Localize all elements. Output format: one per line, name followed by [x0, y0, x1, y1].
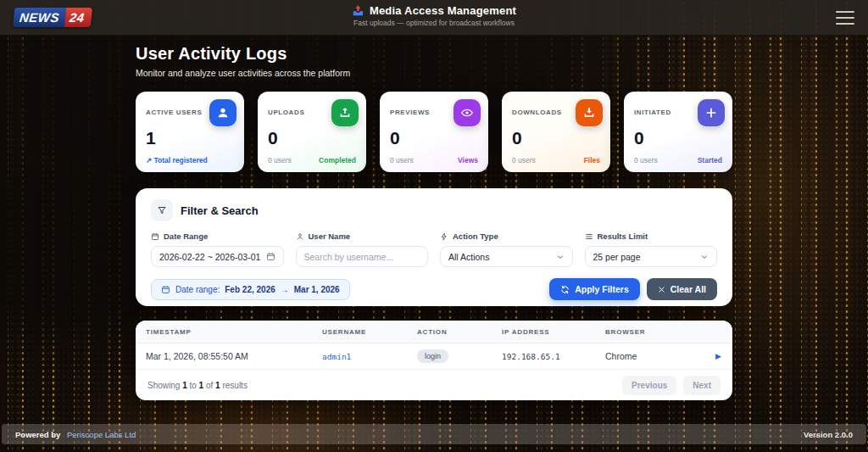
field-results-limit: Results Limit 25 per page [585, 232, 718, 267]
chevron-down-icon [700, 253, 709, 261]
page-title: User Activity Logs [136, 44, 732, 64]
logo-news: NEWS [13, 8, 66, 27]
results-limit-value: 25 per page [593, 252, 641, 262]
close-icon [658, 286, 665, 293]
calendar-icon [151, 232, 159, 241]
chevron-down-icon [556, 253, 565, 261]
results-limit-select[interactable]: 25 per page [585, 246, 718, 267]
filter-header: Filter & Search [151, 199, 717, 221]
eye-icon [453, 99, 481, 126]
chip-date-from: Feb 22, 2026 [225, 285, 275, 294]
news24-logo: NEWS 24 [13, 8, 92, 27]
page-heading: User Activity Logs Monitor and analyze u… [136, 44, 732, 78]
user-icon [209, 99, 236, 126]
logo-24: 24 [64, 8, 92, 27]
field-date-range: Date Range 2026-02-22 ~ 2026-03-01 [151, 232, 284, 267]
top-bar: NEWS 24 Media Access Management Fast upl… [0, 0, 868, 36]
funnel-icon [151, 199, 173, 221]
user-name-label: User Name [309, 232, 351, 241]
field-user-name: User Name [296, 232, 429, 267]
stat-value: 0 [512, 128, 522, 148]
stat-label: DOWNLOADS [512, 109, 571, 116]
page-subtitle: Monitor and analyze user activities acro… [136, 68, 732, 78]
cell-timestamp: Mar 1, 2026, 08:55:50 AM [146, 351, 322, 361]
clear-all-label: Clear All [670, 284, 706, 294]
stat-label: INITIATED [634, 109, 693, 116]
stat-card-downloads: DOWNLOADS 0 0 usersFiles [502, 92, 610, 172]
stat-value: 0 [634, 128, 644, 148]
plus-icon [698, 99, 725, 126]
cell-browser: Chrome [605, 351, 715, 361]
app-title: Media Access Management [370, 4, 516, 17]
stat-cards: ACTIVE USERS 1 ↗ Total registered UPLOAD… [136, 92, 732, 172]
zap-icon [440, 232, 448, 241]
stat-label: PREVIEWS [390, 109, 449, 116]
powered-by-label: Powered by [15, 430, 60, 439]
stat-users: 0 users [268, 156, 292, 165]
version-label: Version 2.0.0 [804, 430, 853, 439]
app-subtitle: Fast uploads — optimized for broadcast w… [352, 19, 516, 27]
apply-filters-label: Apply Filters [575, 284, 629, 294]
app-window: NEWS 24 Media Access Management Fast upl… [0, 0, 868, 452]
stat-trend: ↗ Total registered [146, 156, 208, 165]
stat-users: 0 users [512, 156, 536, 165]
field-action-type: Action Type All Actions [440, 232, 573, 267]
date-range-input[interactable]: 2026-02-22 ~ 2026-03-01 [151, 246, 284, 267]
stat-value: 1 [146, 128, 156, 148]
stat-tag: Views [458, 156, 478, 165]
stat-card-active-users: ACTIVE USERS 1 ↗ Total registered [136, 92, 244, 172]
chip-prefix: Date range: [175, 285, 220, 294]
expand-row-icon[interactable]: ▶ [715, 352, 732, 360]
stat-users: 0 users [390, 156, 414, 165]
footer-bar: Powered by Periscope Labs Ltd Version 2.… [2, 424, 866, 444]
col-action: ACTION [417, 328, 502, 336]
stat-card-uploads: UPLOADS 0 0 usersCompleted [258, 92, 366, 172]
date-range-value: 2026-02-22 ~ 2026-03-01 [159, 252, 260, 262]
calendar-icon [161, 285, 170, 294]
cell-ip-address: 192.168.65.1 [502, 352, 605, 361]
col-ip-address: IP ADDRESS [502, 328, 605, 336]
clear-all-button[interactable]: Clear All [647, 278, 717, 300]
action-type-value: All Actions [448, 252, 489, 262]
stat-label: ACTIVE USERS [146, 109, 205, 116]
results-limit-label: Results Limit [598, 232, 648, 241]
previous-page-button[interactable]: Previous [622, 376, 676, 395]
outbox-tray-icon [352, 4, 364, 17]
action-badge: login [417, 349, 448, 363]
date-range-chip: Date range: Feb 22, 2026 → Mar 1, 2026 [151, 279, 350, 300]
action-type-select[interactable]: All Actions [440, 246, 573, 267]
chip-date-to: Mar 1, 2026 [294, 285, 340, 294]
table-header-row: TIMESTAMP USERNAME ACTION IP ADDRESS BRO… [136, 321, 732, 343]
stat-label: UPLOADS [268, 109, 327, 116]
next-page-button[interactable]: Next [683, 376, 721, 395]
cell-username[interactable]: admin1 [322, 352, 417, 361]
col-timestamp: TIMESTAMP [146, 328, 322, 336]
stat-value: 0 [268, 128, 278, 148]
hamburger-menu-icon[interactable] [836, 11, 854, 25]
apply-filters-button[interactable]: Apply Filters [549, 278, 640, 300]
company-link[interactable]: Periscope Labs Ltd [67, 430, 136, 439]
stat-card-initiated: INITIATED 0 0 usersStarted [624, 92, 732, 172]
app-header-meta: Media Access Management Fast uploads — o… [352, 4, 516, 27]
activity-table: TIMESTAMP USERNAME ACTION IP ADDRESS BRO… [136, 321, 732, 400]
pagination-bar: Showing 1 to 1 of 1 results Previous Nex… [136, 370, 732, 400]
stat-tag: Started [698, 156, 722, 165]
stat-card-previews: PREVIEWS 0 0 usersViews [380, 92, 488, 172]
filter-title: Filter & Search [181, 204, 259, 217]
calendar-icon[interactable] [266, 252, 275, 261]
stat-users: 0 users [634, 156, 658, 165]
upload-icon [331, 99, 359, 126]
filter-panel: Filter & Search Date Range 2026-02-22 ~ … [136, 188, 732, 306]
stat-value: 0 [390, 128, 400, 148]
refresh-icon [560, 285, 570, 294]
person-icon [296, 232, 304, 241]
col-browser: BROWSER [605, 328, 715, 336]
arrow-right-icon: → [281, 285, 289, 294]
table-row[interactable]: Mar 1, 2026, 08:55:50 AM admin1 login 19… [136, 343, 732, 370]
date-range-label: Date Range [164, 232, 208, 241]
results-summary: Showing 1 to 1 of 1 results [147, 381, 248, 390]
username-search-input[interactable] [296, 246, 429, 267]
stat-tag: Completed [319, 156, 356, 165]
col-username: USERNAME [322, 328, 417, 336]
list-icon [585, 232, 593, 241]
